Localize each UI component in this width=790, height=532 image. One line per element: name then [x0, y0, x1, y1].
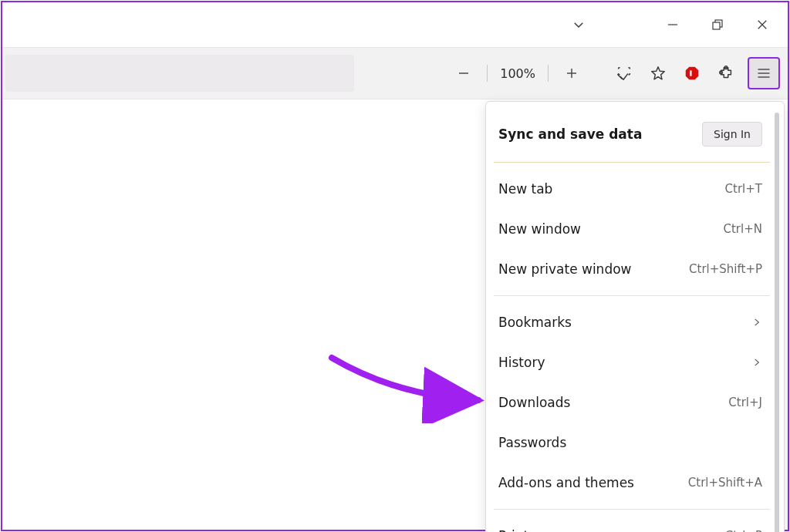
menu-item-label: History	[498, 355, 545, 370]
svg-rect-2	[713, 22, 720, 29]
page-content: Sync and save data Sign In New tab Ctrl+…	[2, 99, 788, 530]
menu-item-print[interactable]: Print… Ctrl+P	[494, 516, 770, 532]
chevron-right-icon	[751, 317, 762, 328]
minimize-button[interactable]	[652, 6, 694, 43]
menu-item-shortcut: Ctrl+J	[728, 396, 762, 409]
menu-item-shortcut: Ctrl+T	[725, 182, 762, 196]
menu-item-label: Add-ons and themes	[498, 475, 634, 490]
zoom-separator	[487, 65, 488, 82]
menu-section: New tab Ctrl+T New window Ctrl+N New pri…	[494, 163, 770, 296]
bookmark-star-icon[interactable]	[643, 58, 674, 89]
app-menu-list: Sync and save data Sign In New tab Ctrl+…	[494, 109, 770, 532]
browser-toolbar: 100%	[2, 47, 788, 99]
adblock-icon[interactable]	[677, 58, 707, 89]
menu-item-downloads[interactable]: Downloads Ctrl+J	[494, 382, 770, 423]
zoom-separator	[548, 65, 549, 82]
svg-marker-8	[652, 67, 665, 79]
menu-item-shortcut: Ctrl+Shift+P	[689, 262, 762, 276]
menu-item-bookmarks[interactable]: Bookmarks	[494, 302, 770, 342]
chevron-right-icon	[751, 357, 762, 368]
close-button[interactable]	[741, 6, 783, 43]
toolbar-icon-row	[609, 57, 780, 89]
app-menu-button[interactable]	[748, 57, 780, 89]
zoom-out-button[interactable]	[448, 58, 479, 89]
menu-item-label: Downloads	[498, 395, 570, 410]
maximize-button[interactable]	[697, 6, 738, 43]
menu-item-label: New private window	[498, 261, 632, 277]
menu-item-shortcut: Ctrl+N	[724, 222, 762, 236]
browser-window: 100%	[1, 1, 789, 531]
annotation-arrow	[328, 354, 498, 423]
menu-item-new-window[interactable]: New window Ctrl+N	[494, 209, 770, 249]
menu-scrollbar[interactable]	[775, 113, 779, 532]
address-bar[interactable]	[5, 55, 354, 92]
menu-item-shortcut: Ctrl+P	[725, 529, 762, 532]
menu-item-addons[interactable]: Add-ons and themes Ctrl+Shift+A	[494, 463, 770, 503]
tab-dropdown-button[interactable]	[558, 6, 599, 43]
window-titlebar	[2, 2, 788, 47]
menu-item-label: New tab	[498, 181, 552, 197]
menu-item-new-tab[interactable]: New tab Ctrl+T	[494, 169, 770, 209]
menu-section: Print… Ctrl+P	[494, 510, 770, 532]
menu-item-passwords[interactable]: Passwords	[494, 423, 770, 463]
extensions-icon[interactable]	[711, 58, 741, 89]
menu-item-new-private-window[interactable]: New private window Ctrl+Shift+P	[494, 249, 770, 289]
menu-section: Bookmarks History Downloads Ctrl+J Passw…	[494, 296, 770, 510]
screenshot-icon[interactable]	[609, 58, 640, 89]
zoom-value: 100%	[495, 66, 540, 81]
menu-item-shortcut: Ctrl+Shift+A	[688, 476, 762, 490]
menu-item-label: Print…	[498, 528, 542, 532]
sync-title: Sync and save data	[498, 126, 642, 142]
app-menu-dropdown: Sync and save data Sign In New tab Ctrl+…	[485, 101, 785, 532]
zoom-controls: 100%	[448, 58, 587, 89]
svg-rect-10	[690, 70, 691, 76]
menu-item-history[interactable]: History	[494, 342, 770, 382]
menu-item-label: Passwords	[498, 435, 566, 450]
zoom-in-button[interactable]	[556, 58, 587, 89]
sync-row: Sync and save data Sign In	[494, 109, 770, 163]
menu-item-label: Bookmarks	[498, 315, 572, 330]
menu-item-label: New window	[498, 221, 581, 237]
sign-in-button[interactable]: Sign In	[702, 122, 762, 146]
